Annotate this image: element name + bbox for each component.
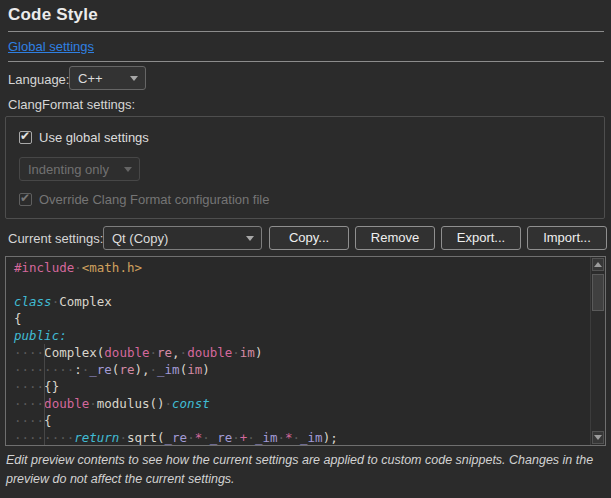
code-line: class·Complex (14, 293, 591, 310)
use-global-settings-label: Use global settings (39, 130, 149, 145)
code-line: ····{ (14, 412, 591, 429)
indenting-mode-dropdown: Indenting only (19, 157, 140, 181)
code-line: public: (14, 327, 591, 344)
clangformat-groupbox: ✔ Use global settings Indenting only ✔ O… (5, 116, 605, 219)
override-clang-format-label: Override Clang Format configuration file (39, 192, 270, 207)
clangformat-label: ClangFormat settings: (8, 97, 135, 112)
global-settings-link[interactable]: Global settings (8, 39, 94, 54)
code-line: { (14, 310, 591, 327)
checkbox-box: ✔ (19, 131, 32, 144)
code-line (14, 276, 591, 293)
settings-actions: Copy... Remove Export... Import... (269, 226, 607, 250)
code-preview-editor[interactable]: #include·<math.h>class·Complex{public:··… (5, 256, 606, 446)
checkbox-box: ✔ (19, 193, 32, 206)
code-line: ····double·modulus()·const (14, 395, 591, 412)
footer-note: Edit preview contents to see how the cur… (6, 451, 604, 489)
triangle-up-icon (594, 262, 602, 267)
code-style-settings-page: { "page": { "title": "Code Style", "back… (0, 0, 611, 498)
scroll-up-button[interactable] (592, 258, 604, 271)
import-button[interactable]: Import... (527, 226, 607, 250)
code-line: ········:·_re(re),·_im(im) (14, 361, 591, 378)
language-dropdown-value: C++ (78, 71, 103, 86)
language-dropdown[interactable]: C++ (69, 66, 146, 90)
indent-guide (44, 344, 45, 445)
chevron-down-icon (130, 76, 138, 81)
use-global-settings-checkbox[interactable]: ✔ Use global settings (19, 130, 149, 145)
code-line: ····{} (14, 378, 591, 395)
current-settings-label: Current settings: (8, 231, 103, 246)
checkmark-icon: ✔ (20, 191, 30, 205)
checkmark-icon: ✔ (20, 129, 30, 143)
scroll-down-button[interactable] (592, 431, 604, 444)
vertical-scrollbar[interactable] (590, 257, 605, 445)
chevron-down-icon (124, 167, 132, 172)
copy-button[interactable]: Copy... (269, 226, 349, 250)
separator (8, 61, 604, 62)
language-label: Language: (8, 72, 69, 87)
indenting-mode-value: Indenting only (28, 162, 109, 177)
code-area[interactable]: #include·<math.h>class·Complex{public:··… (6, 257, 591, 445)
chevron-down-icon (246, 236, 254, 241)
remove-button[interactable]: Remove (355, 226, 435, 250)
current-settings-dropdown[interactable]: Qt (Copy) (103, 226, 262, 250)
override-clang-format-checkbox: ✔ Override Clang Format configuration fi… (19, 192, 270, 207)
scrollbar-thumb[interactable] (592, 274, 604, 311)
page-title: Code Style (8, 5, 98, 25)
current-settings-value: Qt (Copy) (112, 231, 168, 246)
code-line: ····Complex(double·re,·double·im) (14, 344, 591, 361)
triangle-down-icon (594, 435, 602, 440)
separator (8, 31, 604, 32)
code-line: ········return·sqrt(_re·*·_re·+·_im·*·_i… (14, 429, 591, 446)
code-line: #include·<math.h> (14, 259, 591, 276)
export-button[interactable]: Export... (441, 226, 521, 250)
